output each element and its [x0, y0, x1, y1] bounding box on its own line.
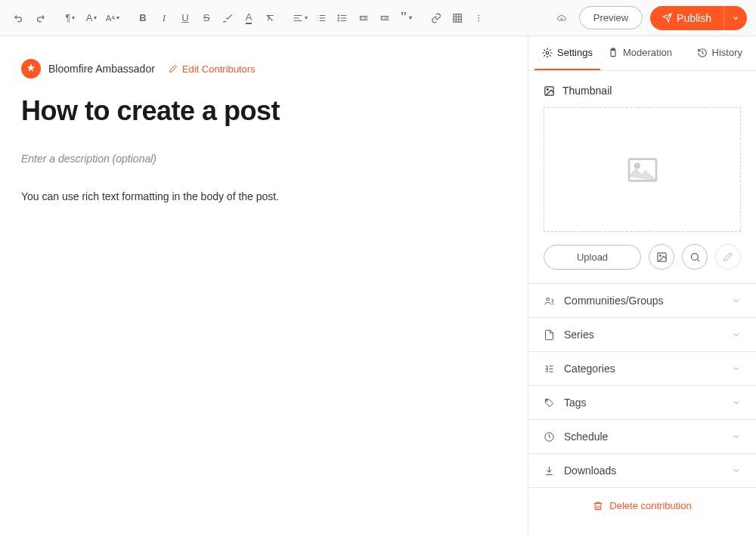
send-icon — [662, 13, 672, 23]
paragraph-btn[interactable]: ¶▾ — [60, 8, 80, 28]
svg-point-17 — [546, 400, 547, 401]
font-family-btn[interactable]: A▾ — [82, 8, 101, 28]
redo-btn[interactable] — [30, 8, 50, 28]
edit-contributors-link[interactable]: Edit Contributors — [169, 63, 256, 75]
download-icon — [544, 465, 555, 477]
gallery-button[interactable] — [649, 244, 674, 270]
publish-dropdown[interactable] — [723, 6, 747, 30]
communities-label: Communities/Groups — [564, 295, 664, 307]
sidebar-tabs: Settings Moderation History — [528, 36, 756, 71]
svg-point-6 — [478, 20, 479, 21]
tab-settings-label: Settings — [557, 47, 593, 58]
tags-label: Tags — [564, 397, 587, 409]
svg-point-15 — [691, 253, 698, 260]
chevron-down-icon — [732, 364, 741, 373]
delete-contribution-link[interactable]: Delete contribution — [528, 488, 756, 523]
thumbnail-dropzone[interactable] — [544, 107, 741, 232]
tab-moderation[interactable]: Moderation — [600, 36, 680, 70]
svg-point-12 — [635, 163, 639, 167]
users-icon — [544, 295, 555, 307]
search-button[interactable] — [682, 244, 708, 270]
svg-point-7 — [546, 51, 549, 54]
edit-contributors-label: Edit Contributors — [182, 63, 256, 75]
publish-button[interactable]: Publish — [650, 6, 747, 30]
svg-point-16 — [547, 298, 550, 301]
section-schedule[interactable]: Schedule — [528, 420, 756, 454]
strikethrough-btn[interactable]: S — [197, 8, 216, 28]
placeholder-image-icon — [626, 156, 659, 184]
file-icon — [544, 329, 555, 341]
ordered-list-btn[interactable] — [311, 8, 331, 28]
font-size-btn[interactable]: AA▾ — [103, 8, 122, 28]
clipboard-icon — [608, 48, 618, 58]
avatar[interactable] — [21, 59, 41, 79]
sidebar: Settings Moderation History Thumbnail Up — [528, 36, 756, 534]
toolbar-left: ¶▾ A▾ AA▾ B I U S A ▾ "▾ — [9, 8, 496, 28]
quote-btn[interactable]: "▾ — [396, 8, 416, 28]
thumbnail-section: Thumbnail Upload — [528, 71, 756, 283]
tag-icon — [544, 397, 555, 409]
section-series[interactable]: Series — [528, 318, 756, 352]
cloud-sync-icon[interactable] — [552, 8, 572, 28]
search-icon — [689, 252, 701, 263]
edit-thumb-button — [715, 244, 741, 270]
chevron-down-icon — [732, 296, 741, 305]
categories-label: Categories — [564, 363, 615, 375]
italic-btn[interactable]: I — [154, 8, 174, 28]
svg-point-0 — [338, 14, 339, 15]
text-color-btn[interactable]: A — [239, 8, 259, 28]
content-area: Bloomfire Ambassador Edit Contributors H… — [0, 36, 756, 534]
gear-icon — [542, 48, 553, 58]
author-name: Bloomfire Ambassador — [48, 63, 155, 75]
section-tags[interactable]: Tags — [528, 386, 756, 420]
tab-history[interactable]: History — [689, 36, 750, 70]
post-body[interactable]: You can use rich text formatting in the … — [21, 190, 507, 202]
underline-btn[interactable]: U — [175, 8, 195, 28]
downloads-label: Downloads — [564, 465, 616, 477]
schedule-label: Schedule — [564, 431, 608, 443]
upload-button[interactable]: Upload — [544, 245, 641, 270]
section-communities[interactable]: Communities/Groups — [528, 284, 756, 318]
tab-history-label: History — [712, 47, 742, 58]
unordered-list-btn[interactable] — [333, 8, 352, 28]
bold-btn[interactable]: B — [133, 8, 153, 28]
svg-point-2 — [338, 20, 339, 20]
section-categories[interactable]: Categories — [528, 352, 756, 386]
thumbnail-label: Thumbnail — [562, 85, 612, 97]
author-row: Bloomfire Ambassador Edit Contributors — [21, 59, 507, 79]
clear-format-btn[interactable] — [260, 8, 280, 28]
align-btn[interactable]: ▾ — [290, 8, 310, 28]
gallery-icon — [656, 252, 668, 263]
chevron-down-icon — [732, 398, 741, 407]
pencil-icon — [169, 64, 178, 73]
link-btn[interactable] — [426, 8, 446, 28]
thumbnail-header: Thumbnail — [544, 85, 741, 97]
indent-btn[interactable] — [375, 8, 395, 28]
svg-point-5 — [478, 17, 479, 19]
table-btn[interactable] — [448, 8, 467, 28]
editor: Bloomfire Ambassador Edit Contributors H… — [0, 36, 528, 534]
tab-settings[interactable]: Settings — [534, 36, 600, 70]
undo-btn[interactable] — [9, 8, 29, 28]
section-downloads[interactable]: Downloads — [528, 454, 756, 488]
trash-icon — [593, 501, 603, 511]
post-title[interactable]: How to create a post — [21, 95, 507, 127]
toolbar-right: Preview Publish — [552, 6, 747, 30]
pencil-icon — [723, 252, 733, 262]
svg-point-14 — [659, 255, 661, 256]
tab-moderation-label: Moderation — [623, 47, 672, 58]
history-icon — [697, 48, 708, 58]
chevron-down-icon — [732, 330, 741, 339]
highlight-btn[interactable] — [218, 8, 237, 28]
preview-button[interactable]: Preview — [579, 6, 643, 29]
series-label: Series — [564, 329, 594, 341]
svg-rect-3 — [454, 14, 462, 22]
post-description[interactable]: Enter a description (optional) — [21, 153, 507, 165]
thumbnail-actions: Upload — [544, 244, 741, 270]
image-icon — [544, 85, 555, 97]
chevron-down-icon — [732, 432, 741, 441]
more-btn[interactable] — [469, 8, 488, 28]
outdent-btn[interactable] — [354, 8, 373, 28]
svg-point-1 — [338, 17, 339, 18]
chevron-down-icon — [732, 466, 741, 475]
